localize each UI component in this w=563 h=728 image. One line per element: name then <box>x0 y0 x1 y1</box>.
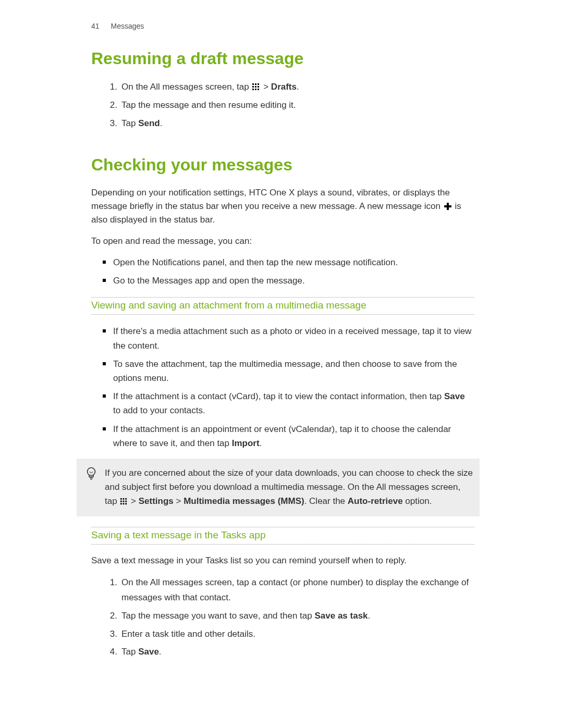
plus-icon <box>444 202 452 211</box>
step-1: 1. On the All messages screen, tap > Dra… <box>103 80 474 95</box>
steps-resuming-draft: 1. On the All messages screen, tap > Dra… <box>103 80 474 131</box>
svg-rect-20 <box>120 503 122 505</box>
step-1: 1. On the All messages screen, tap a con… <box>103 575 474 606</box>
svg-rect-21 <box>123 503 125 505</box>
svg-rect-16 <box>126 498 127 500</box>
paragraph-intro: Depending on your notification settings,… <box>91 186 474 227</box>
svg-point-11 <box>88 467 95 475</box>
subhead-saving-task: Saving a text message in the Tasks app <box>91 527 474 545</box>
svg-rect-4 <box>255 86 256 88</box>
paragraph-save-task-intro: Save a text message in your Tasks list s… <box>91 554 474 567</box>
paragraph-to-open: To open and read the message, you can: <box>91 235 474 248</box>
svg-rect-15 <box>123 498 125 500</box>
subhead-viewing-attachment: Viewing and saving an attachment from a … <box>91 297 474 315</box>
heading-checking-messages: Checking your messages <box>91 155 474 175</box>
step-2: 2. Tap the message you want to save, and… <box>103 609 474 624</box>
list-item: Go to the Messages app and open the mess… <box>103 274 474 288</box>
svg-rect-19 <box>126 501 127 502</box>
svg-rect-8 <box>258 89 259 90</box>
menu-icon <box>120 498 128 505</box>
bullets-attachment: If there's a media attachment such as a … <box>103 324 474 450</box>
list-item: Open the Notifications panel, and then t… <box>103 255 474 269</box>
tip-text: If you are concerned about the size of y… <box>105 466 473 509</box>
step-2: 2. Tap the message and then resume editi… <box>103 98 474 113</box>
list-item: If the attachment is an appointment or e… <box>103 422 474 450</box>
chapter-title: Messages <box>111 22 144 30</box>
bullets-open-read: Open the Notifications panel, and then t… <box>103 255 474 288</box>
menu-icon <box>252 83 260 91</box>
svg-rect-18 <box>123 501 125 502</box>
svg-rect-7 <box>255 89 256 90</box>
svg-rect-1 <box>255 83 256 85</box>
tip-box: If you are concerned about the size of y… <box>77 459 480 517</box>
page-number: 41 <box>91 22 100 30</box>
svg-rect-14 <box>120 498 122 500</box>
list-item: To save the attachment, tap the multimed… <box>103 357 474 385</box>
step-3: 3. Tap Send. <box>103 116 474 131</box>
step-4: 4. Tap Save. <box>103 645 474 660</box>
step-3: 3. Enter a task title and other details. <box>103 627 474 642</box>
steps-save-task: 1. On the All messages screen, tap a con… <box>103 575 474 660</box>
svg-rect-0 <box>252 83 254 85</box>
svg-rect-10 <box>444 205 451 207</box>
svg-rect-22 <box>126 503 127 505</box>
svg-rect-6 <box>252 89 254 90</box>
document-page: 41 Messages Resuming a draft message 1. … <box>0 0 563 728</box>
svg-rect-3 <box>252 86 254 88</box>
list-item: If there's a media attachment such as a … <box>103 324 474 352</box>
heading-resuming-draft: Resuming a draft message <box>91 49 474 68</box>
svg-rect-17 <box>120 501 122 502</box>
lightbulb-icon <box>84 467 99 480</box>
svg-rect-2 <box>258 83 259 85</box>
svg-rect-5 <box>258 86 259 88</box>
page-header: 41 Messages <box>91 22 474 30</box>
list-item: If the attachment is a contact (vCard), … <box>103 389 474 417</box>
